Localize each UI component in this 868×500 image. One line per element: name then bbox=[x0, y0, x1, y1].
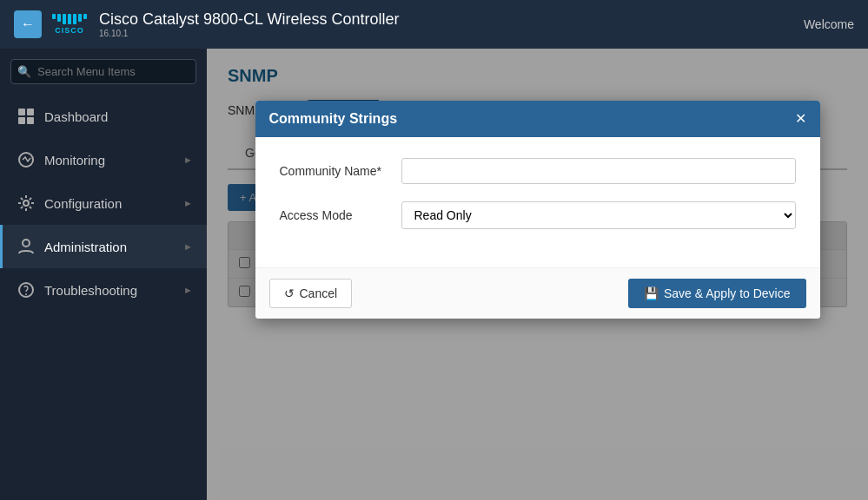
configuration-icon bbox=[17, 194, 36, 213]
sidebar-item-administration[interactable]: Administration ► bbox=[0, 225, 207, 268]
save-icon: 💾 bbox=[644, 286, 659, 300]
dialog-close-button[interactable]: ✕ bbox=[795, 112, 806, 126]
sidebar-item-dashboard-label: Dashboard bbox=[44, 109, 193, 124]
sidebar-item-troubleshooting[interactable]: Troubleshooting ► bbox=[0, 268, 207, 312]
monitoring-chevron: ► bbox=[183, 155, 193, 165]
welcome-text: Welcome bbox=[804, 17, 854, 31]
community-name-input[interactable] bbox=[401, 158, 796, 184]
main-content: SNMP SNMP Mode ENABLED 👁 General Communi… bbox=[207, 49, 868, 500]
access-mode-row: Access Mode Read Only Read Write bbox=[280, 201, 796, 229]
cisco-logo: CISCO bbox=[52, 14, 87, 35]
search-icon: 🔍 bbox=[17, 65, 31, 78]
cancel-label: Cancel bbox=[300, 286, 338, 300]
configuration-chevron: ► bbox=[183, 198, 193, 208]
svg-rect-2 bbox=[18, 117, 25, 124]
sidebar-item-configuration[interactable]: Configuration ► bbox=[0, 181, 207, 225]
dialog-title: Community Strings bbox=[269, 111, 398, 127]
community-name-label: Community Name* bbox=[280, 164, 401, 178]
administration-chevron: ► bbox=[183, 241, 193, 252]
back-button[interactable]: ← bbox=[14, 10, 42, 38]
troubleshooting-icon bbox=[17, 280, 36, 299]
community-name-row: Community Name* bbox=[280, 158, 796, 184]
search-input[interactable] bbox=[10, 59, 196, 84]
app-title: Cisco Catalyst 9800-CL Wireless Controll… bbox=[99, 10, 399, 28]
dialog-header: Community Strings ✕ bbox=[255, 101, 820, 137]
dashboard-icon bbox=[17, 107, 36, 126]
layout: 🔍 Dashboard Monitoring ► bbox=[0, 49, 868, 500]
svg-point-8 bbox=[25, 293, 27, 295]
sidebar-item-configuration-label: Configuration bbox=[44, 196, 183, 211]
cancel-icon: ↺ bbox=[284, 286, 295, 300]
svg-point-5 bbox=[23, 201, 29, 206]
administration-icon bbox=[17, 237, 36, 256]
sidebar: 🔍 Dashboard Monitoring ► bbox=[0, 49, 207, 500]
access-mode-label: Access Mode bbox=[280, 208, 401, 222]
svg-point-6 bbox=[23, 240, 30, 247]
sidebar-item-troubleshooting-label: Troubleshooting bbox=[44, 283, 183, 298]
dialog-footer: ↺ Cancel 💾 Save & Apply to Device bbox=[255, 267, 820, 319]
save-label: Save & Apply to Device bbox=[664, 286, 791, 300]
save-button[interactable]: 💾 Save & Apply to Device bbox=[628, 279, 806, 308]
access-mode-select[interactable]: Read Only Read Write bbox=[401, 201, 796, 229]
monitoring-icon bbox=[17, 150, 36, 169]
search-box: 🔍 bbox=[10, 59, 196, 84]
dialog-overlay: Community Strings ✕ Community Name* Acce… bbox=[207, 49, 868, 500]
header: ← CISCO Cisco Catalyst 9800-CL Wireless … bbox=[0, 0, 868, 49]
troubleshooting-chevron: ► bbox=[183, 285, 193, 295]
sidebar-item-administration-label: Administration bbox=[44, 240, 183, 254]
app-version: 16.10.1 bbox=[99, 29, 804, 38]
svg-rect-0 bbox=[18, 109, 25, 115]
svg-rect-1 bbox=[27, 109, 34, 115]
sidebar-item-monitoring[interactable]: Monitoring ► bbox=[0, 138, 207, 181]
community-strings-dialog: Community Strings ✕ Community Name* Acce… bbox=[255, 101, 820, 319]
cancel-button[interactable]: ↺ Cancel bbox=[269, 279, 353, 308]
svg-rect-3 bbox=[27, 117, 34, 124]
sidebar-item-monitoring-label: Monitoring bbox=[44, 153, 183, 168]
dialog-body: Community Name* Access Mode Read Only Re… bbox=[255, 137, 820, 267]
sidebar-item-dashboard[interactable]: Dashboard bbox=[0, 95, 207, 138]
